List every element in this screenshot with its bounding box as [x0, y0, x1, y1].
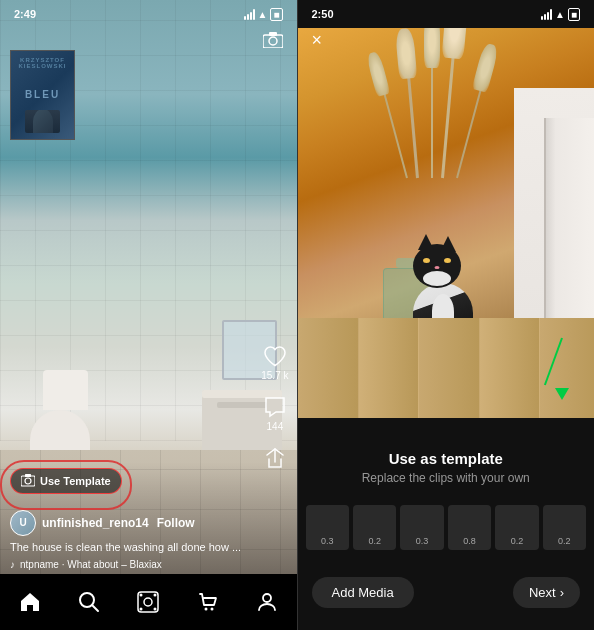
svg-point-16	[263, 594, 271, 602]
clip-5[interactable]: 0.2	[543, 505, 586, 550]
nav-shop[interactable]	[188, 582, 228, 622]
left-phone: 2:49 ▲ ■ KRZYSZTOF KIESLOWSKI BLEU	[0, 0, 297, 630]
right-time: 2:50	[312, 8, 334, 20]
clip-3-duration: 0.8	[463, 536, 476, 546]
clips-strip: 0.3 0.2 0.3 0.8 0.2 0.2	[298, 505, 595, 550]
comment-count: 144	[267, 421, 284, 432]
music-name: ntpname · What about – Blaxiax	[20, 559, 162, 570]
clip-2[interactable]: 0.3	[400, 505, 443, 550]
right-status-bar: 2:50 ▲ ■	[298, 0, 595, 28]
bottom-buttons: Add Media Next ›	[298, 577, 595, 608]
next-button[interactable]: Next ›	[513, 577, 580, 608]
pampas-grass	[386, 38, 506, 178]
svg-point-11	[154, 594, 157, 597]
clip-5-duration: 0.2	[558, 536, 571, 546]
signal-bar-icon	[244, 9, 255, 20]
left-status-bar: 2:49 ▲ ■	[0, 0, 297, 28]
add-media-button[interactable]: Add Media	[312, 577, 414, 608]
close-button[interactable]: ×	[312, 30, 323, 51]
use-template-label: Use Template	[40, 475, 111, 487]
bathroom-toilet	[30, 370, 100, 460]
music-note-icon: ♪	[10, 559, 15, 570]
template-camera-icon	[21, 474, 35, 488]
like-count: 15.7 k	[261, 370, 288, 381]
heart-icon	[263, 344, 287, 368]
template-subtitle: Replace the clips with your own	[318, 471, 575, 485]
svg-point-12	[140, 608, 143, 611]
svg-rect-5	[25, 474, 31, 477]
template-section: Use as template Replace the clips with y…	[298, 450, 595, 485]
clip-0[interactable]: 0.3	[306, 505, 349, 550]
right-actions-panel: 15.7 k 144	[261, 344, 288, 470]
battery-icon: ■	[270, 8, 282, 21]
toilet-tank	[43, 370, 88, 410]
svg-point-9	[144, 598, 152, 606]
username[interactable]: unfinished_reno14	[42, 516, 149, 530]
right-battery-icon: ■	[568, 8, 580, 21]
svg-point-13	[154, 608, 157, 611]
svg-point-1	[269, 37, 277, 45]
clip-1[interactable]: 0.2	[353, 505, 396, 550]
next-label: Next	[529, 585, 556, 600]
right-signal-icons: ▲ ■	[541, 8, 580, 21]
clip-2-duration: 0.3	[416, 536, 429, 546]
cat-photo	[298, 28, 595, 418]
svg-point-10	[140, 594, 143, 597]
left-signal-icons: ▲ ■	[244, 8, 283, 21]
clip-4-duration: 0.2	[511, 536, 524, 546]
bottom-nav	[0, 574, 297, 630]
clip-0-duration: 0.3	[321, 536, 334, 546]
camera-icon[interactable]	[263, 32, 283, 48]
left-time: 2:49	[14, 8, 36, 20]
svg-rect-2	[269, 32, 277, 36]
nav-reels[interactable]	[128, 582, 168, 622]
music-row: ♪ ntpname · What about – Blaxiax	[10, 559, 287, 570]
use-template-button[interactable]: Use Template	[10, 468, 122, 494]
right-wifi-icon: ▲	[555, 9, 565, 20]
next-chevron-icon: ›	[560, 585, 564, 600]
green-arrow-annotation	[551, 338, 569, 400]
caption: The house is clean the washing all done …	[10, 540, 287, 555]
nav-home[interactable]	[10, 582, 50, 622]
nav-search[interactable]	[69, 582, 109, 622]
cat-photo-background	[298, 28, 595, 418]
door-frame	[544, 118, 594, 338]
svg-point-4	[25, 478, 31, 484]
vanity-sink	[217, 402, 267, 408]
comment-action[interactable]: 144	[263, 395, 287, 432]
user-row: U unfinished_reno14 Follow	[10, 510, 287, 536]
bathroom-poster: KRZYSZTOF KIESLOWSKI BLEU	[10, 50, 75, 140]
wifi-icon: ▲	[258, 9, 268, 20]
like-action[interactable]: 15.7 k	[261, 344, 288, 381]
svg-point-14	[204, 608, 207, 611]
use-template-highlight: Use Template	[10, 468, 122, 502]
clip-4[interactable]: 0.2	[495, 505, 538, 550]
svg-point-15	[210, 608, 213, 611]
clip-1-duration: 0.2	[368, 536, 381, 546]
svg-line-7	[92, 605, 98, 611]
use-template-wrapper: Use Template	[10, 468, 287, 502]
user-avatar: U	[10, 510, 36, 536]
nav-profile[interactable]	[247, 582, 287, 622]
right-signal-bar	[541, 9, 552, 20]
template-title: Use as template	[318, 450, 575, 467]
comment-icon	[263, 395, 287, 419]
clip-3[interactable]: 0.8	[448, 505, 491, 550]
right-phone: 2:50 ▲ ■ ×	[298, 0, 595, 630]
follow-button[interactable]: Follow	[157, 516, 195, 530]
